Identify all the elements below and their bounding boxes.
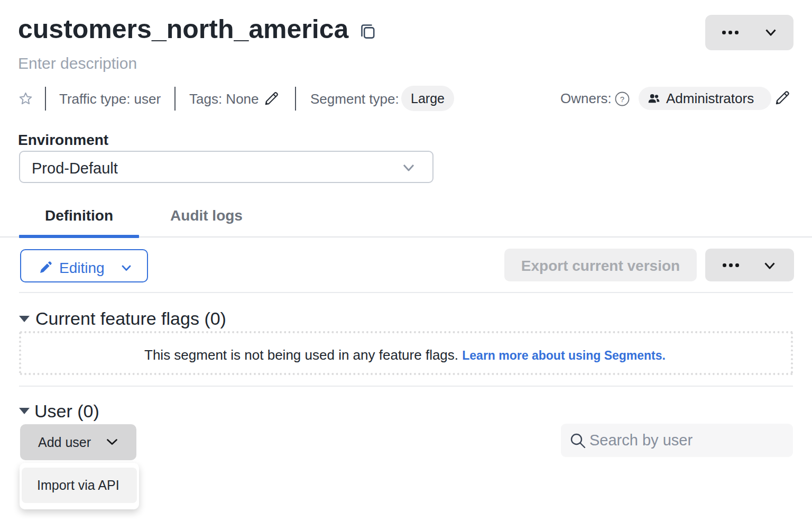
svg-text:?: ? bbox=[620, 95, 624, 104]
